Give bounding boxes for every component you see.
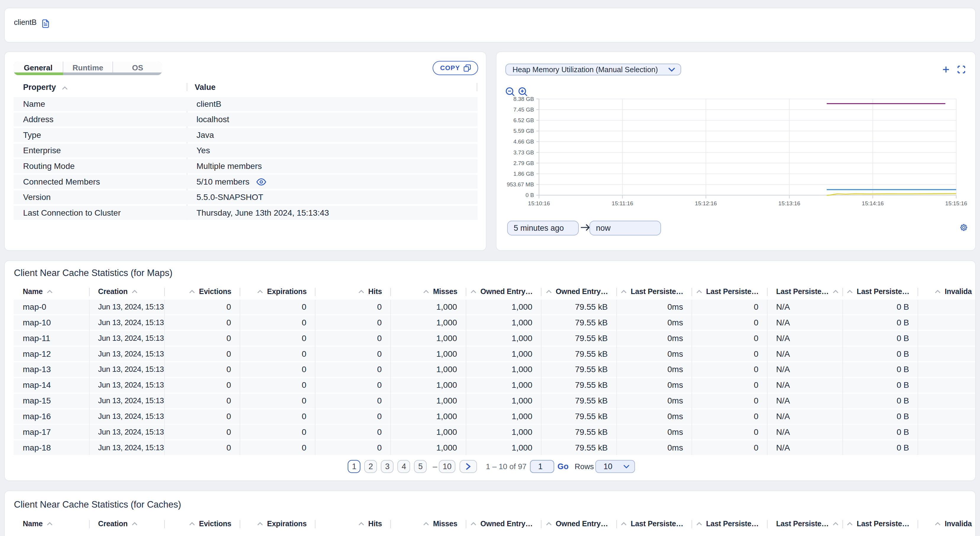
svg-text:8.38 GB: 8.38 GB <box>513 96 534 102</box>
svg-text:6.52 GB: 6.52 GB <box>513 117 534 123</box>
svg-text:4.66 GB: 4.66 GB <box>513 138 534 145</box>
svg-text:2.79 GB: 2.79 GB <box>513 160 534 166</box>
svg-text:1.86 GB: 1.86 GB <box>513 171 534 177</box>
svg-text:7.45 GB: 7.45 GB <box>513 107 534 113</box>
svg-text:5.59 GB: 5.59 GB <box>513 128 534 134</box>
svg-text:15:15:16: 15:15:16 <box>945 200 967 207</box>
svg-text:15:14:16: 15:14:16 <box>862 200 884 207</box>
svg-text:953.67 MB: 953.67 MB <box>507 181 534 188</box>
svg-text:15:12:16: 15:12:16 <box>695 200 717 207</box>
svg-text:0 B: 0 B <box>525 192 534 198</box>
svg-text:3.73 GB: 3.73 GB <box>513 150 534 156</box>
svg-text:15:13:16: 15:13:16 <box>778 200 800 207</box>
svg-text:15:10:16: 15:10:16 <box>528 200 550 207</box>
svg-text:15:11:16: 15:11:16 <box>612 200 633 207</box>
